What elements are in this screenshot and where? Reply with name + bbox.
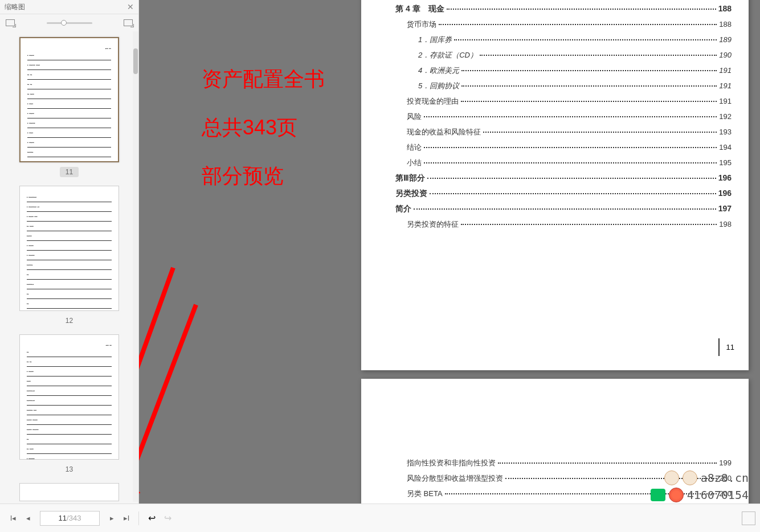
annotation-line2: 总共343页 (202, 114, 297, 142)
next-page-button[interactable]: ▸ (107, 513, 117, 523)
zoom-slider[interactable] (47, 22, 92, 24)
sidebar-header: 缩略图 ✕ (0, 0, 138, 14)
toc-page-num: 194 (719, 143, 732, 152)
toc-leader (498, 463, 717, 464)
toc-title: 另类投资 (395, 189, 427, 199)
toc-title: 货币市场 (407, 19, 436, 30)
toc-title: 5．回购协议 (418, 81, 459, 91)
toc-leader (461, 101, 717, 102)
toc-page-num: 193 (719, 128, 732, 136)
zoom-in-icon[interactable] (124, 19, 133, 26)
watermark-avatar-icon (664, 470, 679, 485)
thumbnail-item[interactable]: ▪▪▪ ▪▪ ▪▪ ▪▪ ▪▪ ▪ ▪▪▪▪▪ ▪▪▪▪ ▪▪▪▪▪▪▪▪ ▪▪… (0, 334, 138, 474)
toc-entry: 另类投资196 (395, 189, 732, 199)
zoom-controls (0, 14, 138, 31)
svg-marker-3 (139, 484, 140, 502)
toc-title: 2．存款证（CD） (418, 50, 477, 60)
thumbnail-label: 13 (60, 464, 79, 474)
toc-entry: 投资现金的理由191 (395, 96, 732, 107)
toc-entry: 货币市场188 (395, 19, 732, 30)
toc-title: 结论 (407, 142, 422, 153)
toc-entry: 5．回购协议191 (395, 81, 732, 91)
arrow-right (139, 296, 230, 504)
toc-title: 另类投资的特征 (407, 219, 459, 230)
watermark-url: a8z8.cn (701, 471, 749, 485)
toc-page-num: 188 (718, 4, 732, 13)
thumbnail-page-11[interactable]: ▪▪▪ ▪▪ ▪ ▪▪▪▪▪ ▪ ▪▪▪▪▪▪ ▪▪▪▪ ▪▪ ▪▪ ▪▪ ▪▪… (19, 37, 119, 162)
toc-page-num: 196 (718, 189, 732, 198)
toc-title: 指向性投资和非指向性投资 (407, 458, 496, 468)
total-pages: /343 (67, 514, 81, 522)
toc-title: 风险分散型和收益增强型投资 (407, 473, 503, 484)
toc-leader (461, 85, 717, 87)
toc-entry: 第Ⅲ部分196 (395, 173, 732, 183)
forward-view-button[interactable]: ↪ (162, 514, 173, 523)
toc-leader (424, 162, 717, 163)
toc-leader (424, 147, 717, 148)
toc-page-num: 190 (719, 51, 732, 59)
toc-title: 1．国库券 (418, 35, 452, 45)
zoom-out-icon[interactable] (6, 19, 15, 26)
toc-leader (439, 24, 717, 25)
toc-leader (427, 178, 716, 179)
qq-icon (669, 488, 684, 502)
prev-page-button[interactable]: ◂ (23, 513, 33, 523)
toc-leader (414, 208, 716, 210)
toc-entry: 现金的收益和风险特征193 (395, 127, 732, 137)
thumbnail-list[interactable]: ▪▪▪ ▪▪ ▪ ▪▪▪▪▪ ▪ ▪▪▪▪▪▪ ▪▪▪▪ ▪▪ ▪▪ ▪▪ ▪▪… (0, 31, 138, 502)
thumbnail-label: 12 (60, 316, 79, 326)
current-page: 11 (59, 514, 67, 522)
watermark: a8z8.cn 416070154 (651, 470, 749, 502)
annotation-line1: 资产配置全书 (202, 66, 325, 93)
first-page-button[interactable]: I◂ (8, 513, 18, 523)
toc-leader (483, 132, 717, 133)
toc-page-num: 199 (719, 459, 732, 467)
toc-leader (480, 55, 717, 56)
sidebar-scrollbar[interactable] (133, 31, 138, 502)
thumbnail-page-12[interactable]: ▪ ▪▪▪▪▪▪▪▪ ▪ ▪▪▪▪▪▪▪▪ ▪▪ ▪ ▪▪▪▪▪ ▪▪▪ ▪▪ … (19, 186, 119, 311)
toc-title: 风险 (407, 112, 422, 122)
toc-page-num: 191 (719, 66, 732, 75)
toc-page-num: 188 (719, 20, 732, 28)
toc-page-num: 192 (719, 112, 732, 121)
toc-title: 投资现金的理由 (407, 96, 459, 107)
toc-page-num: 197 (718, 204, 732, 213)
toc-entry: 4．欧洲美元191 (395, 66, 732, 76)
bottom-toolbar: I◂ ◂ 11/343 ▸ ▸I ↩ ↪ (0, 504, 760, 532)
reading-mode-icon[interactable] (742, 511, 755, 525)
toc-entry: 风险192 (395, 112, 732, 122)
toc-title: 简介 (395, 204, 411, 214)
toc-leader (430, 193, 716, 194)
last-page-button[interactable]: ▸I (121, 513, 132, 523)
toc-page-num: 196 (718, 173, 732, 182)
document-viewport[interactable]: 资产配置全书 总共343页 部分预览 信用风险183优先股的回报和风险特征184… (139, 0, 760, 504)
toc-page-num: 195 (719, 158, 732, 167)
toc-title: 现金的收益和风险特征 (407, 127, 481, 137)
toc-entry: 另类投资的特征198 (395, 219, 732, 230)
toc-page-num: 191 (719, 81, 732, 90)
thumbnail-label: 11 (60, 167, 79, 177)
toc-leader (461, 224, 717, 225)
toc-title: 4．欧洲美元 (418, 66, 459, 76)
toc-title: 小结 (407, 158, 422, 168)
thumbnail-item[interactable] (0, 483, 138, 501)
toc-title: 第Ⅲ部分 (395, 173, 425, 183)
thumbnail-item[interactable]: ▪▪▪ ▪▪ ▪ ▪▪▪▪▪ ▪ ▪▪▪▪▪▪ ▪▪▪▪ ▪▪ ▪▪ ▪▪ ▪▪… (0, 37, 138, 177)
toc-entry: 2．存款证（CD）190 (395, 50, 732, 60)
close-icon[interactable]: ✕ (127, 2, 134, 11)
back-view-button[interactable]: ↩ (146, 514, 157, 523)
toc-title: 第 4 章 现金 (395, 4, 444, 14)
thumbnail-page-14[interactable] (19, 483, 119, 501)
document-page-11: 信用风险183优先股的回报和风险特征184结论187小结187第 4 章 现金1… (361, 0, 749, 370)
annotation-line3: 部分预览 (202, 162, 284, 190)
toc-entry: 简介197 (395, 204, 732, 214)
page-number-input[interactable]: 11/343 (40, 511, 100, 526)
page-number-badge: 11 (718, 338, 734, 356)
toc-page-num: 189 (719, 35, 732, 44)
toc-entry: 结论194 (395, 142, 732, 153)
thumbnail-item[interactable]: ▪ ▪▪▪▪▪▪▪▪ ▪ ▪▪▪▪▪▪▪▪ ▪▪ ▪ ▪▪▪▪▪ ▪▪▪ ▪▪ … (0, 186, 138, 326)
toc-leader (447, 9, 716, 10)
toc-title: 另类 BETA (407, 489, 443, 499)
thumbnail-page-13[interactable]: ▪▪▪ ▪▪ ▪▪ ▪▪ ▪▪ ▪ ▪▪▪▪▪ ▪▪▪▪ ▪▪▪▪▪▪▪▪ ▪▪… (19, 334, 119, 460)
watermark-contact: 416070154 (687, 488, 749, 502)
